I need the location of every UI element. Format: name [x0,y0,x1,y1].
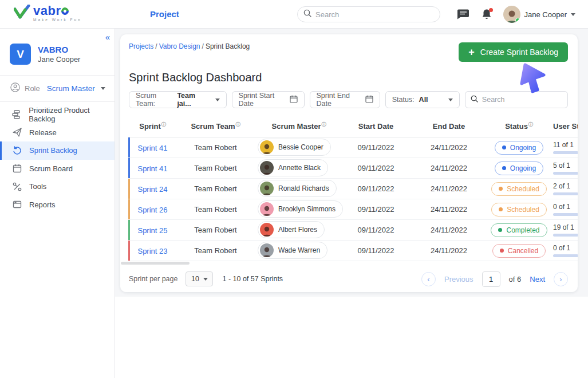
info-icon[interactable]: ⓘ [321,122,326,127]
scrum-team-cell: Team Robert [177,226,254,234]
scrum-team-cell: Team Robert [177,205,254,214]
row-accent-bar [128,158,130,178]
scrum-master-chip[interactable]: Ronald Richards [258,180,337,197]
scrum-team-cell: Team Robert [177,143,254,152]
end-date-cell: 24/11/2022 [412,184,486,193]
status-filter[interactable]: Status: All [385,91,460,108]
sidebar-item-label: Tools [29,182,46,191]
scrum-master-chip[interactable]: Annette Black [258,159,328,176]
sidebar-item-scrum-board[interactable]: Scrum Board [0,160,115,178]
table-row: Sprint 23 Team Robert Wade Warren 09/11/… [128,241,578,261]
create-sprint-backlog-button[interactable]: + Create Sprint Backlog [459,42,568,62]
sidebar-item-label: Release [29,128,57,137]
scrum-master-chip[interactable]: Albert Flores [258,221,325,238]
scrum-team-cell: Team Robert [177,164,254,172]
sidebar-item-tools[interactable]: Tools [0,178,115,196]
sidebar-item-sprint-backlog[interactable]: Sprint Backlog [0,141,115,160]
status-dot [502,166,506,170]
breadcrumb-projects[interactable]: Projects [129,42,153,50]
sidebar-item-reports[interactable]: Reports [0,196,115,214]
start-date-cell: 09/11/2022 [340,226,412,234]
table-header-row: Sprintⓘ Scrum Teamⓘ Scrum Masterⓘ Start … [128,116,578,137]
start-date-cell: 09/11/2022 [340,205,412,214]
notification-badge [489,8,493,12]
info-icon[interactable]: ⓘ [161,122,166,127]
per-page-select[interactable]: 10 [186,271,213,286]
per-page-label: Sprint per page [129,275,177,283]
sidebar-item-label: Prioritized Product Backlog [29,106,115,123]
scrum-team-cell: Team Robert [177,184,254,193]
breadcrumb-vabro-design[interactable]: Vabro Design [159,42,200,50]
scrum-master-name: Annette Black [278,164,321,172]
scrum-master-chip[interactable]: Wade Warren [258,242,327,259]
next-page-arrow[interactable]: › [554,272,568,286]
brand-text: vabr [33,5,61,17]
sprint-icon [12,145,22,155]
sprint-link[interactable]: Sprint 26 [137,206,167,214]
sidebar-collapse-icon[interactable]: « [105,32,110,42]
user-name: Jane Cooper [524,10,567,19]
stories-progress-bar [553,172,578,175]
sprint-link[interactable]: Sprint 23 [137,247,167,255]
backlog-icon [12,109,21,119]
previous-button[interactable]: Previous [444,275,473,284]
sprint-link[interactable]: Sprint 41 [137,164,167,173]
sidebar-item-prioritized-product-backlog[interactable]: Prioritized Product Backlog [0,105,115,124]
sprint-table: Sprintⓘ Scrum Teamⓘ Scrum Masterⓘ Start … [128,116,578,261]
scrum-master-avatar [260,202,274,216]
nav-project-label[interactable]: Project [150,9,179,19]
workspace-header[interactable]: V VABRO Jane Cooper [0,29,115,75]
sprint-start-date-filter[interactable]: Sprint Start Date [232,91,305,108]
sidebar-item-release[interactable]: Release [0,124,115,142]
sidebar-item-label: Sprint Backlog [29,146,77,155]
sprint-link[interactable]: Sprint 24 [137,185,167,194]
scrum-master-avatar [260,243,274,257]
scrum-master-chip[interactable]: Bessie Cooper [258,139,331,156]
sprint-link[interactable]: Sprint 25 [137,226,167,235]
role-value: Scrum Master [47,84,95,93]
info-icon[interactable]: ⓘ [528,122,533,127]
table-search[interactable] [465,91,568,108]
user-menu[interactable]: Jane Cooper [503,6,575,23]
page-number-input[interactable]: 1 [482,271,500,287]
table-search-input[interactable] [482,96,562,104]
vabro-logo[interactable]: vabr Make Work Fun [14,5,82,22]
user-stories-cell: 19 of 1 [553,223,578,237]
sprint-link[interactable]: Sprint 41 [137,144,167,152]
end-date-cell: 24/11/2022 [412,246,486,255]
end-date-cell: 24/11/2022 [412,226,486,234]
scrum-master-chip[interactable]: Brooklyn Simmons [258,200,343,218]
scrum-master-name: Albert Flores [278,226,317,234]
end-date-cell: 24/11/2022 [412,205,486,214]
horizontal-scrollbar-thumb[interactable] [121,262,190,265]
end-date-cell: 24/11/2022 [412,143,486,152]
chevron-down-icon [101,87,105,90]
sprint-end-date-filter[interactable]: Sprint End Date [310,91,380,108]
next-button[interactable]: Next [530,275,545,284]
sidebar-item-label: Scrum Board [29,164,73,173]
scrum-master-name: Ronald Richards [278,184,329,192]
status-dot [502,145,506,149]
previous-page-arrow[interactable]: ‹ [421,272,436,286]
table-row: Sprint 26 Team Robert Brooklyn Simmons 0… [128,199,578,220]
messages-icon[interactable] [456,7,470,21]
info-icon[interactable]: ⓘ [236,122,240,127]
calendar-icon [365,95,373,105]
global-search-input[interactable] [315,10,434,19]
calendar-icon [290,95,298,105]
sprint-backlog-card: Projects/Vabro Design/Sprint Backlog + C… [120,34,578,292]
global-search[interactable] [297,6,440,22]
scrum-team-filter[interactable]: Scrum Team: Team jai... [129,91,227,108]
notifications-bell-icon[interactable] [480,7,494,21]
status-dot [498,228,502,232]
page-title: Sprint Backlog Dashboard [129,71,262,84]
role-selector[interactable]: Role Scrum Master [0,76,115,101]
start-date-cell: 09/11/2022 [340,143,412,152]
search-icon [471,94,478,105]
scrum-master-name: Bessie Cooper [278,143,323,151]
sidebar: « V VABRO Jane Cooper Role Scrum Master … [0,29,115,378]
status-badge: Cancelled [492,244,546,258]
board-icon [12,164,22,174]
table-row: Sprint 41 Team Robert Bessie Cooper 09/1… [128,137,578,158]
reports-icon [12,200,22,210]
